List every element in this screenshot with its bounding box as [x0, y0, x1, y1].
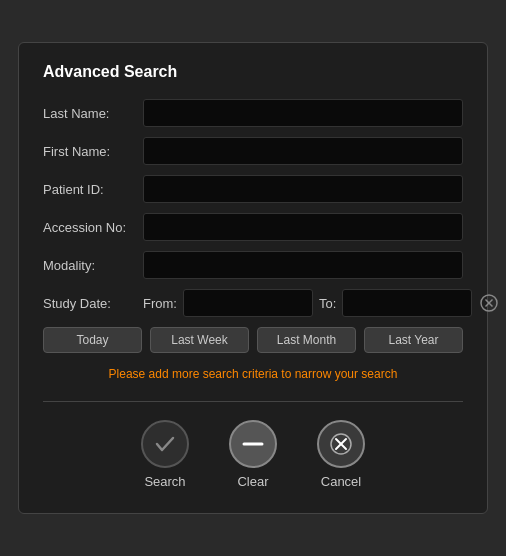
study-date-row: Study Date: From: To:	[43, 289, 463, 317]
dialog-title: Advanced Search	[43, 63, 463, 81]
search-button-label: Search	[144, 474, 185, 489]
last-week-button[interactable]: Last Week	[150, 327, 249, 353]
modality-input[interactable]	[143, 251, 463, 279]
advanced-search-dialog: Advanced Search Last Name: First Name: P…	[18, 42, 488, 514]
checkmark-icon	[153, 432, 177, 456]
divider	[43, 401, 463, 402]
cancel-button-label: Cancel	[321, 474, 361, 489]
clear-date-button[interactable]	[478, 292, 500, 314]
modality-row: Modality:	[43, 251, 463, 279]
x-circle-icon	[329, 432, 353, 456]
circle-x-icon	[480, 294, 498, 312]
from-date-input[interactable]	[183, 289, 313, 317]
patient-id-label: Patient ID:	[43, 182, 143, 197]
last-year-button[interactable]: Last Year	[364, 327, 463, 353]
patient-id-row: Patient ID:	[43, 175, 463, 203]
modality-label: Modality:	[43, 258, 143, 273]
clear-button-icon	[229, 420, 277, 468]
quick-dates-row: Today Last Week Last Month Last Year	[43, 327, 463, 353]
accession-no-label: Accession No:	[43, 220, 143, 235]
minus-icon	[240, 431, 266, 457]
to-date-input[interactable]	[342, 289, 472, 317]
search-button[interactable]: Search	[141, 420, 189, 489]
patient-id-input[interactable]	[143, 175, 463, 203]
first-name-label: First Name:	[43, 144, 143, 159]
clear-button[interactable]: Clear	[229, 420, 277, 489]
from-label: From:	[143, 296, 177, 311]
last-name-row: Last Name:	[43, 99, 463, 127]
first-name-input[interactable]	[143, 137, 463, 165]
study-date-label: Study Date:	[43, 296, 143, 311]
to-label: To:	[319, 296, 336, 311]
cancel-button-icon	[317, 420, 365, 468]
last-month-button[interactable]: Last Month	[257, 327, 356, 353]
last-name-input[interactable]	[143, 99, 463, 127]
action-buttons: Search Clear Cancel	[43, 420, 463, 489]
accession-no-input[interactable]	[143, 213, 463, 241]
clear-button-label: Clear	[237, 474, 268, 489]
last-name-label: Last Name:	[43, 106, 143, 121]
today-button[interactable]: Today	[43, 327, 142, 353]
warning-message: Please add more search criteria to narro…	[43, 367, 463, 381]
accession-no-row: Accession No:	[43, 213, 463, 241]
date-range: From: To:	[143, 289, 500, 317]
cancel-button[interactable]: Cancel	[317, 420, 365, 489]
first-name-row: First Name:	[43, 137, 463, 165]
search-button-icon	[141, 420, 189, 468]
